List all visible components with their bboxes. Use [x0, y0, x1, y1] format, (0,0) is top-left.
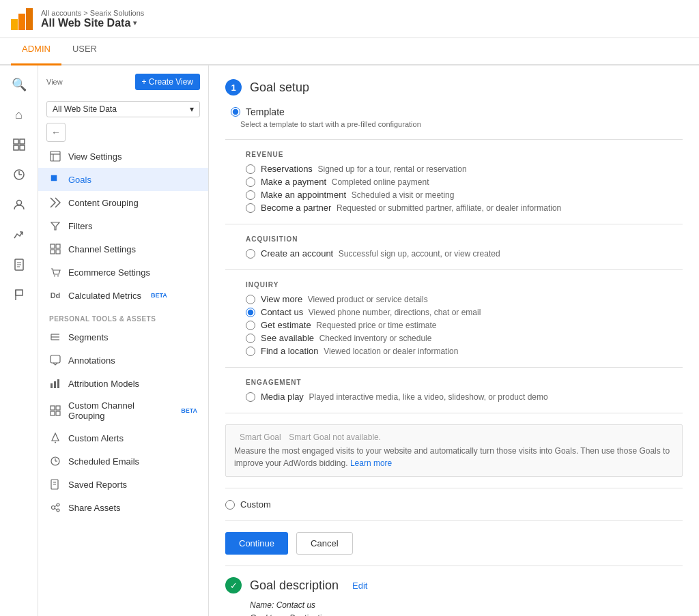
- sidebar-item-goals[interactable]: Goals: [38, 168, 208, 191]
- sidebar-item-attribution-models[interactable]: Attribution Models: [38, 372, 208, 395]
- nav-search[interactable]: 🔍: [5, 71, 33, 98]
- sidebar-back-button[interactable]: ←: [46, 123, 66, 142]
- template-radio-option[interactable]: Template: [231, 106, 683, 117]
- nav-acquisitions[interactable]: [5, 221, 33, 248]
- revenue-section: REVENUE Reservations Signed up for a tou…: [225, 151, 683, 213]
- custom-channel-grouping-beta-badge: BETA: [181, 407, 197, 414]
- view-more-option[interactable]: View more Viewed product or service deta…: [246, 294, 683, 304]
- contact-us-radio[interactable]: [246, 308, 255, 317]
- sidebar-item-share-assets[interactable]: Share Assets: [38, 496, 208, 519]
- sidebar-item-custom-channel-grouping[interactable]: Custom Channel Grouping BETA: [38, 395, 208, 426]
- svg-rect-23: [51, 250, 55, 254]
- svg-rect-37: [51, 411, 55, 415]
- goal-description-title: Goal description: [250, 578, 339, 593]
- nav-flag[interactable]: [5, 281, 33, 308]
- sidebar-item-label: Scheduled Emails: [68, 456, 139, 467]
- svg-rect-24: [56, 250, 60, 254]
- view-settings-icon: [49, 150, 61, 162]
- create-view-button[interactable]: + Create View: [135, 74, 201, 90]
- template-radio[interactable]: [231, 107, 240, 117]
- calculated-metrics-icon: Dd: [49, 289, 61, 302]
- sidebar-item-saved-reports[interactable]: Saved Reports: [38, 473, 208, 496]
- svg-line-50: [55, 508, 57, 510]
- nav-clock[interactable]: [5, 161, 33, 188]
- nav-person[interactable]: [5, 191, 33, 218]
- sidebar-item-content-grouping[interactable]: Content Grouping: [38, 191, 208, 214]
- acquisition-category-label: ACQUISITION: [246, 235, 683, 243]
- tab-user[interactable]: USER: [61, 38, 108, 65]
- make-payment-option[interactable]: Make a payment Completed online payment: [246, 177, 683, 187]
- step-check-badge: ✓: [225, 577, 242, 593]
- logo: [11, 8, 33, 30]
- media-play-option[interactable]: Media play Played interactive media, lik…: [246, 392, 683, 402]
- smart-goal-desc: Measure the most engaged visits to your …: [234, 445, 674, 469]
- site-name[interactable]: All Web Site Data ▾: [41, 17, 144, 29]
- goal-name-value: Contact us: [276, 600, 315, 610]
- contact-us-option[interactable]: Contact us Viewed phone number, directio…: [246, 307, 683, 317]
- svg-point-25: [54, 276, 55, 277]
- continue-button[interactable]: Continue: [225, 532, 288, 555]
- nav-home[interactable]: ⌂: [5, 101, 33, 128]
- see-available-option[interactable]: See available Checked inventory or sched…: [246, 333, 683, 343]
- get-estimate-radio[interactable]: [246, 321, 255, 330]
- custom-radio[interactable]: [225, 500, 235, 510]
- sidebar-item-segments[interactable]: Segments: [38, 325, 208, 349]
- sidebar-item-view-settings[interactable]: View Settings: [38, 145, 208, 168]
- find-location-option[interactable]: Find a location Viewed location or deale…: [246, 346, 683, 356]
- create-account-option[interactable]: Create an account Successful sign up, ac…: [246, 248, 683, 259]
- learn-more-link[interactable]: Learn more: [350, 458, 392, 468]
- nav-dashboard[interactable]: [5, 131, 33, 158]
- get-estimate-option[interactable]: Get estimate Requested price or time est…: [246, 320, 683, 330]
- create-account-label: Create an account Successful sign up, ac…: [261, 248, 500, 259]
- become-partner-option[interactable]: Become a partner Requested or submitted …: [246, 203, 683, 213]
- top-bar: All accounts > Searix Solutions All Web …: [0, 0, 699, 38]
- view-select-arrow-icon: ▾: [190, 104, 194, 114]
- type-label: Goal type:: [250, 613, 287, 616]
- account-info: All accounts > Searix Solutions All Web …: [41, 9, 144, 29]
- svg-rect-5: [14, 145, 18, 150]
- inquiry-section: INQUIRY View more Viewed product or serv…: [225, 281, 683, 356]
- sidebar-item-label: Annotations: [68, 355, 115, 366]
- reservations-radio[interactable]: [246, 164, 255, 174]
- nav-reports[interactable]: [5, 251, 33, 278]
- sidebar-item-label: Calculated Metrics: [68, 291, 141, 301]
- sidebar-item-label: Goals: [68, 175, 91, 185]
- custom-option[interactable]: Custom: [225, 499, 683, 510]
- sidebar-section-personal: PERSONAL TOOLS & ASSETS: [38, 307, 208, 325]
- make-appointment-option[interactable]: Make an appointment Scheduled a visit or…: [246, 190, 683, 200]
- edit-link[interactable]: Edit: [352, 581, 367, 591]
- step-1-badge: 1: [225, 79, 242, 96]
- goal-type-value: Destination: [289, 613, 330, 616]
- svg-point-10: [16, 201, 21, 205]
- engagement-section: ENGAGEMENT Media play Played interactive…: [225, 379, 683, 402]
- sidebar-item-label: Ecommerce Settings: [68, 267, 150, 278]
- see-available-radio[interactable]: [246, 334, 255, 343]
- acquisition-section: ACQUISITION Create an account Successful…: [225, 235, 683, 259]
- sidebar-item-annotations[interactable]: Annotations: [38, 349, 208, 372]
- tab-admin[interactable]: ADMIN: [11, 38, 61, 65]
- sidebar-item-channel-settings[interactable]: Channel Settings: [38, 237, 208, 261]
- goal-setup-title: Goal setup: [250, 80, 309, 95]
- cancel-button-1[interactable]: Cancel: [296, 532, 352, 555]
- sidebar-item-scheduled-emails[interactable]: Scheduled Emails: [38, 450, 208, 473]
- view-more-radio[interactable]: [246, 295, 255, 304]
- make-payment-radio[interactable]: [246, 177, 255, 187]
- make-appointment-radio[interactable]: [246, 190, 255, 200]
- goal-desc-header: ✓ Goal description Edit: [225, 577, 683, 593]
- become-partner-label: Become a partner Requested or submitted …: [261, 203, 561, 213]
- view-select[interactable]: All Web Site Data ▾: [38, 98, 208, 120]
- sidebar-item-filters[interactable]: Filters: [38, 214, 208, 237]
- engagement-category-label: ENGAGEMENT: [246, 379, 683, 386]
- find-location-radio[interactable]: [246, 347, 255, 356]
- segments-icon: [49, 331, 61, 343]
- reservations-option[interactable]: Reservations Signed up for a tour, renta…: [246, 164, 683, 174]
- become-partner-radio[interactable]: [246, 203, 255, 213]
- sidebar-item-label: Filters: [68, 221, 92, 231]
- create-account-radio[interactable]: [246, 249, 255, 259]
- sidebar-item-ecommerce-settings[interactable]: Ecommerce Settings: [38, 261, 208, 284]
- svg-point-48: [57, 509, 59, 512]
- inquiry-category-label: INQUIRY: [246, 281, 683, 289]
- sidebar-item-custom-alerts[interactable]: Custom Alerts: [38, 426, 208, 450]
- media-play-radio[interactable]: [246, 392, 255, 402]
- sidebar-item-calculated-metrics[interactable]: Dd Calculated Metrics BETA: [38, 284, 208, 307]
